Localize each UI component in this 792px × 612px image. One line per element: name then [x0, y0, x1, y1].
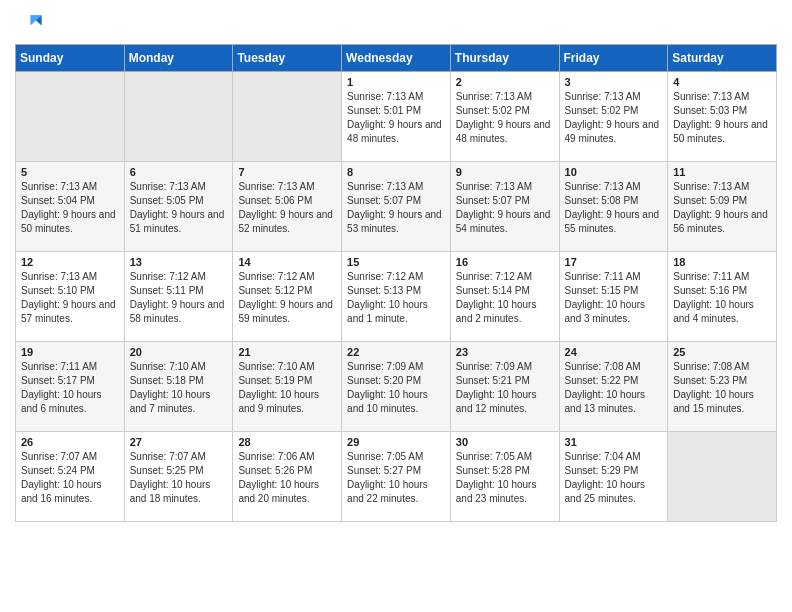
day-number: 24 — [565, 346, 663, 358]
day-info: Sunrise: 7:11 AM Sunset: 5:17 PM Dayligh… — [21, 360, 119, 416]
header-tuesday: Tuesday — [233, 45, 342, 72]
calendar-body: 1Sunrise: 7:13 AM Sunset: 5:01 PM Daylig… — [16, 72, 777, 522]
day-info: Sunrise: 7:13 AM Sunset: 5:07 PM Dayligh… — [347, 180, 445, 236]
week-row-4: 19Sunrise: 7:11 AM Sunset: 5:17 PM Dayli… — [16, 342, 777, 432]
day-number: 22 — [347, 346, 445, 358]
header-thursday: Thursday — [450, 45, 559, 72]
day-info: Sunrise: 7:13 AM Sunset: 5:03 PM Dayligh… — [673, 90, 771, 146]
day-number: 13 — [130, 256, 228, 268]
day-number: 2 — [456, 76, 554, 88]
day-info: Sunrise: 7:08 AM Sunset: 5:22 PM Dayligh… — [565, 360, 663, 416]
day-number: 3 — [565, 76, 663, 88]
calendar-table: SundayMondayTuesdayWednesdayThursdayFrid… — [15, 44, 777, 522]
header-row: SundayMondayTuesdayWednesdayThursdayFrid… — [16, 45, 777, 72]
calendar-cell: 5Sunrise: 7:13 AM Sunset: 5:04 PM Daylig… — [16, 162, 125, 252]
day-number: 11 — [673, 166, 771, 178]
day-info: Sunrise: 7:07 AM Sunset: 5:24 PM Dayligh… — [21, 450, 119, 506]
day-number: 9 — [456, 166, 554, 178]
day-info: Sunrise: 7:07 AM Sunset: 5:25 PM Dayligh… — [130, 450, 228, 506]
calendar-cell: 6Sunrise: 7:13 AM Sunset: 5:05 PM Daylig… — [124, 162, 233, 252]
day-number: 29 — [347, 436, 445, 448]
calendar-cell: 1Sunrise: 7:13 AM Sunset: 5:01 PM Daylig… — [342, 72, 451, 162]
day-info: Sunrise: 7:13 AM Sunset: 5:10 PM Dayligh… — [21, 270, 119, 326]
calendar-cell: 28Sunrise: 7:06 AM Sunset: 5:26 PM Dayli… — [233, 432, 342, 522]
calendar-cell: 21Sunrise: 7:10 AM Sunset: 5:19 PM Dayli… — [233, 342, 342, 432]
day-number: 31 — [565, 436, 663, 448]
calendar-cell: 16Sunrise: 7:12 AM Sunset: 5:14 PM Dayli… — [450, 252, 559, 342]
calendar-cell: 12Sunrise: 7:13 AM Sunset: 5:10 PM Dayli… — [16, 252, 125, 342]
calendar-cell — [233, 72, 342, 162]
day-number: 1 — [347, 76, 445, 88]
day-number: 5 — [21, 166, 119, 178]
logo-icon — [15, 10, 43, 38]
calendar-cell: 11Sunrise: 7:13 AM Sunset: 5:09 PM Dayli… — [668, 162, 777, 252]
day-info: Sunrise: 7:04 AM Sunset: 5:29 PM Dayligh… — [565, 450, 663, 506]
day-number: 16 — [456, 256, 554, 268]
calendar-cell: 26Sunrise: 7:07 AM Sunset: 5:24 PM Dayli… — [16, 432, 125, 522]
day-number: 18 — [673, 256, 771, 268]
header-friday: Friday — [559, 45, 668, 72]
day-number: 26 — [21, 436, 119, 448]
calendar-cell: 15Sunrise: 7:12 AM Sunset: 5:13 PM Dayli… — [342, 252, 451, 342]
calendar-cell: 27Sunrise: 7:07 AM Sunset: 5:25 PM Dayli… — [124, 432, 233, 522]
day-info: Sunrise: 7:13 AM Sunset: 5:02 PM Dayligh… — [456, 90, 554, 146]
day-info: Sunrise: 7:12 AM Sunset: 5:12 PM Dayligh… — [238, 270, 336, 326]
day-info: Sunrise: 7:13 AM Sunset: 5:01 PM Dayligh… — [347, 90, 445, 146]
day-number: 7 — [238, 166, 336, 178]
calendar-cell: 25Sunrise: 7:08 AM Sunset: 5:23 PM Dayli… — [668, 342, 777, 432]
calendar-cell: 22Sunrise: 7:09 AM Sunset: 5:20 PM Dayli… — [342, 342, 451, 432]
calendar-cell: 2Sunrise: 7:13 AM Sunset: 5:02 PM Daylig… — [450, 72, 559, 162]
day-info: Sunrise: 7:06 AM Sunset: 5:26 PM Dayligh… — [238, 450, 336, 506]
day-info: Sunrise: 7:13 AM Sunset: 5:07 PM Dayligh… — [456, 180, 554, 236]
day-number: 23 — [456, 346, 554, 358]
calendar-cell: 7Sunrise: 7:13 AM Sunset: 5:06 PM Daylig… — [233, 162, 342, 252]
day-number: 25 — [673, 346, 771, 358]
day-info: Sunrise: 7:05 AM Sunset: 5:27 PM Dayligh… — [347, 450, 445, 506]
day-info: Sunrise: 7:10 AM Sunset: 5:18 PM Dayligh… — [130, 360, 228, 416]
day-number: 12 — [21, 256, 119, 268]
calendar-cell: 20Sunrise: 7:10 AM Sunset: 5:18 PM Dayli… — [124, 342, 233, 432]
calendar-cell: 14Sunrise: 7:12 AM Sunset: 5:12 PM Dayli… — [233, 252, 342, 342]
header-sunday: Sunday — [16, 45, 125, 72]
calendar-cell: 24Sunrise: 7:08 AM Sunset: 5:22 PM Dayli… — [559, 342, 668, 432]
calendar-cell: 13Sunrise: 7:12 AM Sunset: 5:11 PM Dayli… — [124, 252, 233, 342]
day-info: Sunrise: 7:13 AM Sunset: 5:09 PM Dayligh… — [673, 180, 771, 236]
day-number: 17 — [565, 256, 663, 268]
day-info: Sunrise: 7:13 AM Sunset: 5:05 PM Dayligh… — [130, 180, 228, 236]
day-number: 20 — [130, 346, 228, 358]
day-number: 30 — [456, 436, 554, 448]
day-number: 8 — [347, 166, 445, 178]
day-number: 6 — [130, 166, 228, 178]
day-info: Sunrise: 7:11 AM Sunset: 5:16 PM Dayligh… — [673, 270, 771, 326]
day-number: 10 — [565, 166, 663, 178]
day-number: 19 — [21, 346, 119, 358]
day-number: 14 — [238, 256, 336, 268]
calendar-cell — [16, 72, 125, 162]
day-info: Sunrise: 7:12 AM Sunset: 5:11 PM Dayligh… — [130, 270, 228, 326]
calendar-cell: 30Sunrise: 7:05 AM Sunset: 5:28 PM Dayli… — [450, 432, 559, 522]
day-info: Sunrise: 7:13 AM Sunset: 5:08 PM Dayligh… — [565, 180, 663, 236]
calendar-cell: 10Sunrise: 7:13 AM Sunset: 5:08 PM Dayli… — [559, 162, 668, 252]
day-info: Sunrise: 7:10 AM Sunset: 5:19 PM Dayligh… — [238, 360, 336, 416]
week-row-5: 26Sunrise: 7:07 AM Sunset: 5:24 PM Dayli… — [16, 432, 777, 522]
calendar-cell: 3Sunrise: 7:13 AM Sunset: 5:02 PM Daylig… — [559, 72, 668, 162]
day-info: Sunrise: 7:13 AM Sunset: 5:06 PM Dayligh… — [238, 180, 336, 236]
day-info: Sunrise: 7:09 AM Sunset: 5:21 PM Dayligh… — [456, 360, 554, 416]
calendar-cell: 17Sunrise: 7:11 AM Sunset: 5:15 PM Dayli… — [559, 252, 668, 342]
header-wednesday: Wednesday — [342, 45, 451, 72]
day-number: 4 — [673, 76, 771, 88]
calendar-cell: 31Sunrise: 7:04 AM Sunset: 5:29 PM Dayli… — [559, 432, 668, 522]
logo — [15, 10, 47, 38]
day-number: 21 — [238, 346, 336, 358]
day-number: 28 — [238, 436, 336, 448]
calendar-cell: 29Sunrise: 7:05 AM Sunset: 5:27 PM Dayli… — [342, 432, 451, 522]
calendar-cell: 8Sunrise: 7:13 AM Sunset: 5:07 PM Daylig… — [342, 162, 451, 252]
header-saturday: Saturday — [668, 45, 777, 72]
calendar-cell — [124, 72, 233, 162]
calendar-cell: 9Sunrise: 7:13 AM Sunset: 5:07 PM Daylig… — [450, 162, 559, 252]
day-info: Sunrise: 7:09 AM Sunset: 5:20 PM Dayligh… — [347, 360, 445, 416]
day-info: Sunrise: 7:12 AM Sunset: 5:14 PM Dayligh… — [456, 270, 554, 326]
week-row-3: 12Sunrise: 7:13 AM Sunset: 5:10 PM Dayli… — [16, 252, 777, 342]
calendar-cell: 18Sunrise: 7:11 AM Sunset: 5:16 PM Dayli… — [668, 252, 777, 342]
day-info: Sunrise: 7:11 AM Sunset: 5:15 PM Dayligh… — [565, 270, 663, 326]
